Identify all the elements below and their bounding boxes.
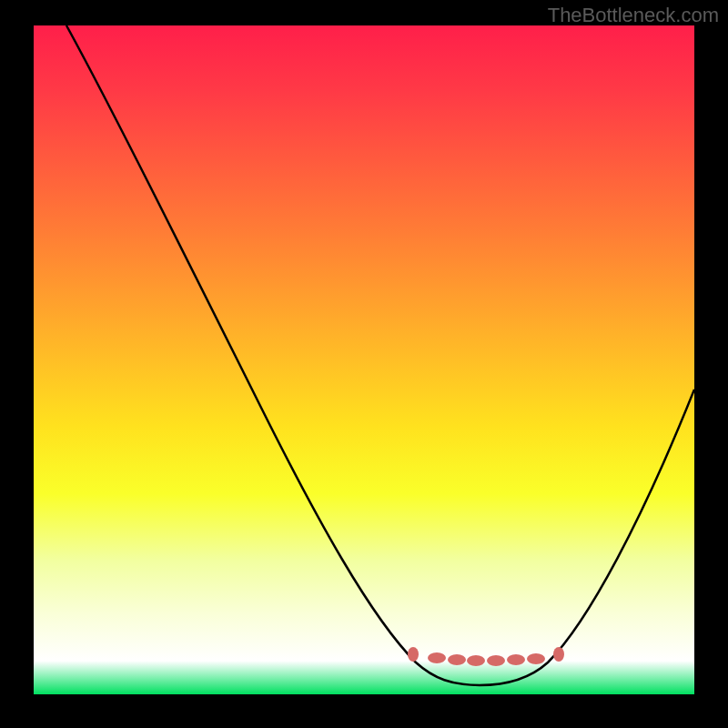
marker-dot <box>408 647 419 662</box>
marker-dot <box>527 653 545 664</box>
watermark-text: TheBottleneck.com <box>548 4 719 27</box>
marker-dot <box>507 654 525 665</box>
marker-dot <box>448 654 466 665</box>
marker-strip <box>34 647 694 665</box>
marker-dot <box>428 652 446 663</box>
chart-plot-area <box>34 25 694 694</box>
marker-dot <box>467 655 485 666</box>
bottleneck-curve <box>66 25 694 685</box>
marker-dot <box>487 655 505 666</box>
marker-dot <box>553 647 564 662</box>
curve-svg <box>34 25 694 694</box>
